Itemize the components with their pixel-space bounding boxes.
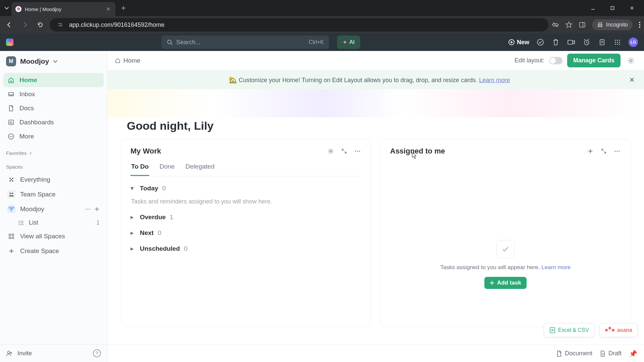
space-label: Everything — [20, 176, 50, 183]
assigned-empty-state: Tasks assigned to you will appear here. … — [381, 240, 630, 289]
add-icon[interactable] — [587, 147, 594, 155]
incognito-label: Incognito — [606, 22, 628, 28]
apps-grid-icon[interactable] — [613, 38, 622, 47]
nav-dashboards[interactable]: Dashboards — [3, 115, 104, 129]
card-settings-icon[interactable] — [327, 147, 334, 155]
plus-circle-icon — [508, 39, 515, 46]
group-unscheduled[interactable]: ▸ Unscheduled 0 — [130, 245, 361, 252]
close-window-button[interactable] — [627, 3, 637, 13]
banner-learn-more-link[interactable]: Learn more — [479, 77, 510, 83]
svg-point-2 — [639, 22, 640, 23]
tab-delegated[interactable]: Delegated — [185, 163, 215, 176]
maximize-button[interactable] — [607, 3, 618, 13]
wifi-icon — [7, 205, 15, 213]
asana-icon — [605, 329, 614, 331]
nav-home[interactable]: Home — [3, 73, 104, 87]
list-item[interactable]: List 1 — [3, 217, 104, 229]
space-everything[interactable]: Everything — [3, 172, 104, 187]
group-today[interactable]: ▾ Today 0 Tasks and reminders assigned t… — [130, 184, 361, 205]
svg-point-14 — [615, 42, 616, 43]
banner-close-button[interactable] — [627, 75, 637, 84]
back-button[interactable] — [3, 19, 15, 31]
user-avatar[interactable]: LG — [629, 38, 638, 47]
minimize-button[interactable] — [588, 3, 598, 13]
space-moodjoy[interactable]: Moodjoy — [3, 202, 104, 217]
workspace-switcher[interactable]: M Moodjoy — [0, 51, 107, 72]
trash-icon[interactable] — [551, 38, 560, 47]
manage-cards-button[interactable]: Manage Cards — [567, 54, 621, 67]
expand-icon[interactable] — [340, 147, 348, 155]
nav-label: More — [19, 133, 34, 140]
excel-csv-pill[interactable]: Excel & CSV — [544, 323, 595, 337]
group-overdue[interactable]: ▸ Overdue 1 — [130, 213, 361, 221]
create-space[interactable]: Create Space — [3, 244, 104, 258]
svg-point-24 — [12, 136, 12, 137]
panel-icon[interactable] — [579, 21, 586, 28]
expand-icon[interactable] — [600, 147, 607, 155]
space-menu-icon[interactable] — [85, 208, 91, 210]
asana-pill[interactable]: asana — [599, 323, 638, 337]
add-task-button[interactable]: Add task — [484, 277, 527, 289]
svg-point-42 — [8, 351, 10, 354]
nav-inbox[interactable]: Inbox — [3, 87, 104, 101]
svg-point-32 — [85, 208, 86, 209]
task-tray-icon[interactable] — [536, 38, 545, 47]
ai-button[interactable]: ✦ AI — [337, 36, 360, 49]
favorites-header[interactable]: Favorites — [0, 145, 107, 159]
close-tab-button[interactable] — [105, 6, 111, 12]
inbox-icon — [7, 90, 15, 98]
reload-button[interactable] — [34, 19, 46, 31]
help-button[interactable]: ? — [93, 349, 101, 357]
tab-todo[interactable]: To Do — [130, 163, 149, 176]
svg-point-3 — [639, 24, 640, 25]
pin-icon[interactable]: 📌 — [629, 350, 637, 358]
tab-done[interactable]: Done — [159, 163, 175, 176]
status-document[interactable]: Document — [556, 350, 592, 357]
nav-more[interactable]: More — [3, 129, 104, 143]
tracking-icon[interactable] — [552, 21, 559, 28]
new-tab-button[interactable] — [118, 3, 129, 13]
edit-layout-toggle[interactable] — [549, 57, 562, 64]
settings-button[interactable] — [625, 55, 637, 66]
assigned-learn-more-link[interactable]: Learn more — [541, 264, 571, 270]
list-count: 1 — [97, 220, 100, 226]
browser-tab[interactable]: Home | Moodjoy — [11, 2, 115, 16]
plus-icon — [7, 247, 15, 255]
search-placeholder: Search... — [176, 39, 305, 46]
reminder-icon[interactable] — [582, 38, 591, 47]
global-search[interactable]: Search... Ctrl+K — [161, 36, 329, 49]
svg-point-30 — [12, 193, 13, 194]
tab-search-dropdown[interactable] — [2, 3, 11, 13]
url-text: app.clickup.com/9016164592/home — [69, 21, 164, 28]
svg-point-23 — [11, 136, 11, 137]
invite-label[interactable]: Invite — [17, 350, 32, 357]
dashboard-icon — [7, 119, 15, 126]
add-to-space-icon[interactable] — [94, 206, 100, 212]
status-draft[interactable]: Draft — [600, 350, 622, 357]
clickup-logo[interactable] — [6, 39, 13, 46]
new-button[interactable]: New — [508, 39, 529, 46]
bookmark-icon[interactable] — [565, 21, 573, 28]
record-icon[interactable] — [567, 38, 576, 47]
breadcrumb[interactable]: Home — [115, 57, 141, 64]
forward-button[interactable] — [19, 19, 31, 31]
svg-point-16 — [619, 42, 620, 43]
caret-right-icon: ▸ — [130, 213, 136, 221]
site-settings-icon[interactable] — [56, 20, 65, 29]
team-space-icon — [7, 190, 15, 198]
notepad-icon[interactable] — [598, 38, 606, 47]
view-all-spaces[interactable]: View all Spaces — [3, 229, 104, 244]
card-menu-icon[interactable] — [354, 147, 361, 155]
nav-docs[interactable]: Docs — [3, 101, 104, 115]
svg-rect-38 — [9, 234, 11, 236]
space-team-space[interactable]: Team Space — [3, 187, 104, 202]
spaces-label: Spaces — [6, 164, 23, 170]
card-menu-icon[interactable] — [613, 147, 621, 155]
spreadsheet-icon — [549, 327, 555, 334]
address-bar[interactable]: app.clickup.com/9016164592/home — [50, 18, 548, 32]
incognito-indicator[interactable]: Incognito — [592, 19, 633, 30]
header-gradient — [107, 89, 644, 117]
browser-menu-icon[interactable] — [639, 21, 641, 28]
group-next[interactable]: ▸ Next 0 — [130, 229, 361, 237]
chevron-right-icon — [29, 152, 32, 155]
